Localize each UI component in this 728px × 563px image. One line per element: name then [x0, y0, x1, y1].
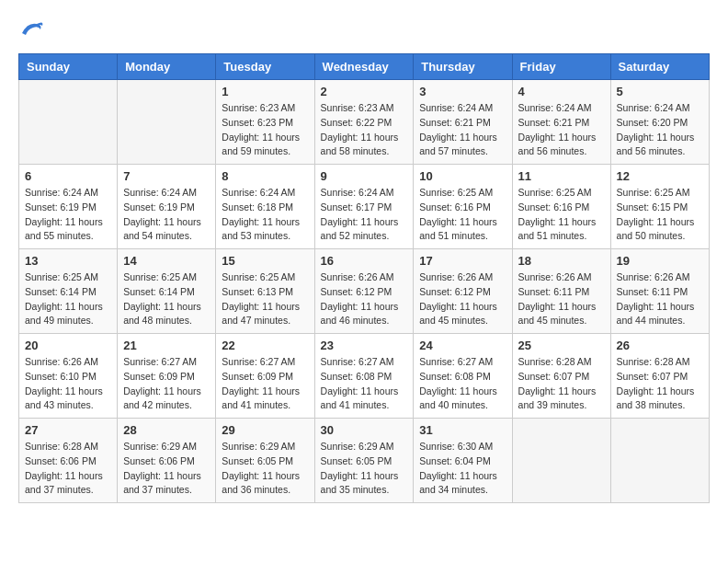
calendar-cell: 17Sunrise: 6:26 AMSunset: 6:12 PMDayligh… [414, 249, 512, 334]
day-number: 5 [617, 85, 703, 98]
day-number: 20 [25, 339, 111, 352]
calendar-cell: 23Sunrise: 6:27 AMSunset: 6:08 PMDayligh… [314, 334, 414, 419]
day-number: 17 [419, 254, 506, 268]
day-info: Sunrise: 6:27 AMSunset: 6:08 PMDaylight:… [321, 355, 408, 413]
day-info: Sunrise: 6:24 AMSunset: 6:20 PMDaylight:… [617, 101, 703, 159]
day-info: Sunrise: 6:27 AMSunset: 6:09 PMDaylight:… [222, 355, 308, 413]
column-header-saturday: Saturday [610, 54, 709, 80]
day-number: 15 [222, 254, 308, 268]
calendar-cell: 20Sunrise: 6:26 AMSunset: 6:10 PMDayligh… [19, 334, 118, 419]
day-info: Sunrise: 6:29 AMSunset: 6:05 PMDaylight:… [321, 440, 408, 498]
day-info: Sunrise: 6:24 AMSunset: 6:17 PMDaylight:… [321, 186, 408, 244]
calendar-cell: 15Sunrise: 6:25 AMSunset: 6:13 PMDayligh… [216, 249, 314, 334]
calendar-cell: 31Sunrise: 6:30 AMSunset: 6:04 PMDayligh… [414, 419, 512, 503]
calendar-week-3: 13Sunrise: 6:25 AMSunset: 6:14 PMDayligh… [19, 249, 710, 334]
calendar-cell: 30Sunrise: 6:29 AMSunset: 6:05 PMDayligh… [314, 419, 414, 503]
day-info: Sunrise: 6:26 AMSunset: 6:12 PMDaylight:… [419, 270, 506, 328]
day-number: 28 [123, 423, 210, 437]
day-number: 11 [518, 169, 605, 183]
day-number: 8 [222, 169, 308, 183]
day-info: Sunrise: 6:26 AMSunset: 6:11 PMDaylight:… [518, 270, 605, 328]
day-info: Sunrise: 6:28 AMSunset: 6:07 PMDaylight:… [617, 355, 703, 413]
day-number: 18 [518, 254, 605, 268]
day-info: Sunrise: 6:25 AMSunset: 6:14 PMDaylight:… [25, 270, 111, 328]
calendar-cell: 28Sunrise: 6:29 AMSunset: 6:06 PMDayligh… [118, 419, 216, 503]
day-number: 3 [419, 85, 506, 98]
calendar-cell: 3Sunrise: 6:24 AMSunset: 6:21 PMDaylight… [414, 80, 512, 165]
day-info: Sunrise: 6:26 AMSunset: 6:11 PMDaylight:… [617, 270, 703, 328]
day-number: 31 [419, 423, 506, 437]
day-number: 6 [25, 169, 111, 183]
calendar-cell: 5Sunrise: 6:24 AMSunset: 6:20 PMDaylight… [610, 80, 709, 165]
day-number: 16 [321, 254, 408, 268]
day-info: Sunrise: 6:24 AMSunset: 6:18 PMDaylight:… [222, 186, 308, 244]
day-number: 19 [617, 254, 703, 268]
calendar-cell: 7Sunrise: 6:24 AMSunset: 6:19 PMDaylight… [118, 165, 216, 249]
day-info: Sunrise: 6:30 AMSunset: 6:04 PMDaylight:… [419, 440, 506, 498]
calendar-cell: 18Sunrise: 6:26 AMSunset: 6:11 PMDayligh… [512, 249, 610, 334]
day-info: Sunrise: 6:28 AMSunset: 6:07 PMDaylight:… [518, 355, 605, 413]
day-number: 29 [222, 423, 308, 437]
day-info: Sunrise: 6:28 AMSunset: 6:06 PMDaylight:… [25, 440, 111, 498]
calendar-cell: 9Sunrise: 6:24 AMSunset: 6:17 PMDaylight… [314, 165, 414, 249]
day-info: Sunrise: 6:25 AMSunset: 6:16 PMDaylight:… [518, 186, 605, 244]
day-number: 26 [617, 339, 703, 352]
day-number: 1 [222, 85, 308, 98]
calendar-cell: 22Sunrise: 6:27 AMSunset: 6:09 PMDayligh… [216, 334, 314, 419]
column-header-wednesday: Wednesday [314, 54, 414, 80]
calendar-cell: 8Sunrise: 6:24 AMSunset: 6:18 PMDaylight… [216, 165, 314, 249]
day-number: 9 [321, 169, 408, 183]
day-number: 30 [321, 423, 408, 437]
day-number: 4 [518, 85, 605, 98]
calendar-cell: 19Sunrise: 6:26 AMSunset: 6:11 PMDayligh… [610, 249, 709, 334]
day-number: 10 [419, 169, 506, 183]
day-info: Sunrise: 6:25 AMSunset: 6:16 PMDaylight:… [419, 186, 506, 244]
calendar-cell: 1Sunrise: 6:23 AMSunset: 6:23 PMDaylight… [216, 80, 314, 165]
day-info: Sunrise: 6:29 AMSunset: 6:05 PMDaylight:… [222, 440, 308, 498]
day-info: Sunrise: 6:24 AMSunset: 6:21 PMDaylight:… [518, 101, 605, 159]
day-number: 27 [25, 423, 111, 437]
calendar-cell: 13Sunrise: 6:25 AMSunset: 6:14 PMDayligh… [19, 249, 118, 334]
calendar-cell: 10Sunrise: 6:25 AMSunset: 6:16 PMDayligh… [414, 165, 512, 249]
calendar-cell: 11Sunrise: 6:25 AMSunset: 6:16 PMDayligh… [512, 165, 610, 249]
calendar-header-row: SundayMondayTuesdayWednesdayThursdayFrid… [19, 54, 710, 80]
calendar-week-1: 1Sunrise: 6:23 AMSunset: 6:23 PMDaylight… [19, 80, 710, 165]
column-header-thursday: Thursday [414, 54, 512, 80]
day-info: Sunrise: 6:25 AMSunset: 6:13 PMDaylight:… [222, 270, 308, 328]
calendar-cell: 26Sunrise: 6:28 AMSunset: 6:07 PMDayligh… [610, 334, 709, 419]
logo [18, 18, 48, 39]
day-info: Sunrise: 6:25 AMSunset: 6:14 PMDaylight:… [123, 270, 210, 328]
calendar-table: SundayMondayTuesdayWednesdayThursdayFrid… [18, 53, 710, 503]
day-info: Sunrise: 6:24 AMSunset: 6:19 PMDaylight:… [25, 186, 111, 244]
day-info: Sunrise: 6:29 AMSunset: 6:06 PMDaylight:… [123, 440, 210, 498]
calendar-cell: 4Sunrise: 6:24 AMSunset: 6:21 PMDaylight… [512, 80, 610, 165]
calendar-cell: 2Sunrise: 6:23 AMSunset: 6:22 PMDaylight… [314, 80, 414, 165]
column-header-monday: Monday [118, 54, 216, 80]
day-info: Sunrise: 6:27 AMSunset: 6:09 PMDaylight:… [123, 355, 210, 413]
column-header-friday: Friday [512, 54, 610, 80]
day-number: 2 [321, 85, 408, 98]
day-info: Sunrise: 6:25 AMSunset: 6:15 PMDaylight:… [617, 186, 703, 244]
day-info: Sunrise: 6:23 AMSunset: 6:23 PMDaylight:… [222, 101, 308, 159]
column-header-sunday: Sunday [19, 54, 118, 80]
day-number: 21 [123, 339, 210, 352]
calendar-cell [512, 419, 610, 503]
calendar-week-2: 6Sunrise: 6:24 AMSunset: 6:19 PMDaylight… [19, 165, 710, 249]
calendar-cell: 27Sunrise: 6:28 AMSunset: 6:06 PMDayligh… [19, 419, 118, 503]
day-number: 24 [419, 339, 506, 352]
day-info: Sunrise: 6:23 AMSunset: 6:22 PMDaylight:… [321, 101, 408, 159]
calendar-cell: 24Sunrise: 6:27 AMSunset: 6:08 PMDayligh… [414, 334, 512, 419]
day-number: 7 [123, 169, 210, 183]
calendar-week-4: 20Sunrise: 6:26 AMSunset: 6:10 PMDayligh… [19, 334, 710, 419]
calendar-cell [610, 419, 709, 503]
column-header-tuesday: Tuesday [216, 54, 314, 80]
day-number: 13 [25, 254, 111, 268]
day-number: 12 [617, 169, 703, 183]
day-info: Sunrise: 6:27 AMSunset: 6:08 PMDaylight:… [419, 355, 506, 413]
calendar-week-5: 27Sunrise: 6:28 AMSunset: 6:06 PMDayligh… [19, 419, 710, 503]
calendar-cell [19, 80, 118, 165]
day-info: Sunrise: 6:24 AMSunset: 6:19 PMDaylight:… [123, 186, 210, 244]
day-number: 22 [222, 339, 308, 352]
calendar-cell: 21Sunrise: 6:27 AMSunset: 6:09 PMDayligh… [118, 334, 216, 419]
day-info: Sunrise: 6:26 AMSunset: 6:12 PMDaylight:… [321, 270, 408, 328]
